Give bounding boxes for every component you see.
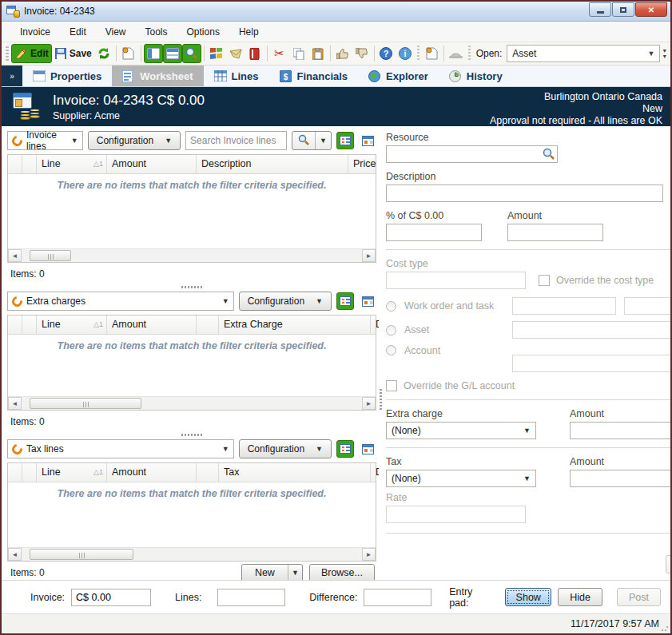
column-header-amount[interactable]: Amount xyxy=(107,155,197,173)
show-button[interactable]: Show xyxy=(505,588,551,606)
copy-icon[interactable] xyxy=(289,44,308,63)
override-cost-type-checkbox[interactable]: Override the cost type xyxy=(539,275,654,286)
column-header-amount[interactable]: Amount xyxy=(107,463,197,482)
invoice-total-field[interactable] xyxy=(71,589,151,606)
column-header-amount[interactable]: Amount xyxy=(107,316,197,334)
extra-charges-configuration-button[interactable]: Configuration ▼ xyxy=(239,292,332,311)
menu-view[interactable]: View xyxy=(97,24,135,40)
details-pane-button[interactable] xyxy=(359,440,376,458)
tab-properties[interactable]: Properties xyxy=(22,65,112,86)
menu-tools[interactable]: Tools xyxy=(137,24,177,40)
column-header-line[interactable]: Line△1 xyxy=(37,316,107,334)
column-header-extra-charge[interactable]: Extra Charge xyxy=(219,316,371,334)
tax-dropdown[interactable]: (None) ▼ xyxy=(386,470,536,487)
search-button[interactable]: ▼ xyxy=(292,131,332,150)
chevron-down-icon[interactable]: ▼ xyxy=(288,565,302,581)
amount-field[interactable] xyxy=(507,224,603,241)
menu-invoice[interactable]: Invoice xyxy=(11,24,59,40)
resource-field[interactable] xyxy=(386,145,558,163)
scrollbar-thumb[interactable] xyxy=(30,250,71,261)
thumbs-down-icon[interactable] xyxy=(352,44,372,63)
resize-grip[interactable] xyxy=(661,624,669,632)
column-header-line[interactable]: Line△1 xyxy=(37,155,107,173)
tab-history[interactable]: History xyxy=(439,65,513,86)
checkbox-icon[interactable] xyxy=(539,275,550,286)
tax-lines-view-combobox[interactable]: Tax lines ▼ xyxy=(7,439,234,458)
asset-radio[interactable] xyxy=(386,325,396,335)
send-icon[interactable] xyxy=(226,44,245,63)
zoom-icon[interactable] xyxy=(182,44,201,63)
windows-icon[interactable] xyxy=(207,44,226,63)
scroll-right-arrow[interactable]: ► xyxy=(362,397,376,410)
splitter-handle[interactable] xyxy=(7,284,376,291)
toolbar-overflow-icon[interactable]: ▾▾ xyxy=(660,48,669,59)
tab-explorer[interactable]: Explorer xyxy=(358,65,439,86)
percent-field[interactable] xyxy=(386,224,482,241)
horizontal-scrollbar[interactable]: ◄ ► xyxy=(8,396,376,410)
hide-button[interactable]: Hide xyxy=(558,588,602,606)
override-gl-account-checkbox[interactable]: Override the G/L account xyxy=(386,380,670,391)
invoice-lines-configuration-button[interactable]: Configuration ▼ xyxy=(88,131,181,150)
magnifier-icon[interactable] xyxy=(543,148,555,162)
column-header-line[interactable]: Line△1 xyxy=(37,463,107,482)
column-header-tax[interactable]: Tax xyxy=(219,463,371,482)
checkbox-icon[interactable] xyxy=(386,380,397,391)
horizontal-scrollbar[interactable]: ◄ ► xyxy=(8,547,376,561)
horizontal-scrollbar[interactable]: ◄ ► xyxy=(8,248,376,262)
menu-edit[interactable]: Edit xyxy=(61,24,95,40)
split-vertical-icon[interactable] xyxy=(144,44,163,63)
extra-amount-field[interactable] xyxy=(570,422,670,439)
new-button[interactable]: New ▼ xyxy=(241,564,303,581)
new-window-icon[interactable] xyxy=(422,44,441,63)
account-radio[interactable] xyxy=(386,345,396,355)
details-pane-button[interactable] xyxy=(359,292,376,310)
report-icon[interactable] xyxy=(245,44,264,63)
scroll-right-arrow[interactable]: ► xyxy=(362,249,376,262)
tab-worksheet[interactable]: Worksheet xyxy=(112,65,203,86)
menu-options[interactable]: Options xyxy=(178,24,229,40)
collapse-tabs-button[interactable]: » xyxy=(2,65,22,86)
info-icon[interactable]: i xyxy=(396,44,415,63)
paste-icon[interactable] xyxy=(308,44,328,63)
filter-list-button[interactable] xyxy=(336,440,354,458)
filter-list-button[interactable] xyxy=(336,292,354,310)
chevron-down-icon[interactable]: ▼ xyxy=(315,132,331,149)
cut-icon[interactable]: ✂ xyxy=(270,44,289,63)
toolbar-grip[interactable] xyxy=(6,46,9,61)
column-header-description[interactable]: Description xyxy=(197,155,348,173)
minimize-button[interactable] xyxy=(589,2,611,17)
split-horizontal-icon[interactable] xyxy=(163,44,182,63)
vertical-splitter[interactable] xyxy=(376,130,384,580)
scroll-left-arrow[interactable]: ◄ xyxy=(8,397,22,410)
scrollbar-thumb[interactable] xyxy=(30,549,133,560)
tax-lines-configuration-button[interactable]: Configuration ▼ xyxy=(239,439,332,458)
refresh-icon[interactable] xyxy=(94,44,113,63)
extra-charge-dropdown[interactable]: (None) ▼ xyxy=(386,422,536,439)
maximize-button[interactable] xyxy=(612,2,634,17)
help-icon[interactable]: ? xyxy=(376,44,396,63)
invoice-lines-view-combobox[interactable]: Invoice lines ▼ xyxy=(7,131,83,150)
thumbs-up-icon[interactable] xyxy=(333,44,352,63)
extra-charges-view-combobox[interactable]: Extra charges ▼ xyxy=(7,292,234,311)
scrollbar-thumb[interactable] xyxy=(30,398,141,409)
browse-button[interactable]: Browse... xyxy=(309,564,375,581)
details-pane-button[interactable] xyxy=(359,132,376,149)
workorder-radio[interactable] xyxy=(386,301,396,312)
open-combobox[interactable]: Asset ▼ xyxy=(507,45,660,62)
scroll-right-arrow[interactable]: ► xyxy=(362,548,376,561)
column-header-price[interactable]: Price xyxy=(348,155,376,173)
close-button[interactable]: ✕ xyxy=(635,2,667,17)
tax-amount-field[interactable] xyxy=(570,470,670,487)
scroll-left-arrow[interactable]: ◄ xyxy=(8,548,22,561)
new-record-icon[interactable] xyxy=(119,44,138,63)
menu-help[interactable]: Help xyxy=(230,24,268,40)
scroll-left-arrow[interactable]: ◄ xyxy=(8,249,22,262)
tab-lines[interactable]: Lines xyxy=(204,65,269,86)
edit-button[interactable]: Edit xyxy=(11,44,52,63)
description-field[interactable] xyxy=(386,185,663,202)
save-button[interactable]: Save xyxy=(52,44,94,63)
invoice-lines-search-input[interactable] xyxy=(185,131,287,150)
tab-financials[interactable]: $ Financials xyxy=(269,65,359,86)
splitter-handle[interactable] xyxy=(7,431,376,439)
filter-list-button[interactable] xyxy=(336,132,354,149)
